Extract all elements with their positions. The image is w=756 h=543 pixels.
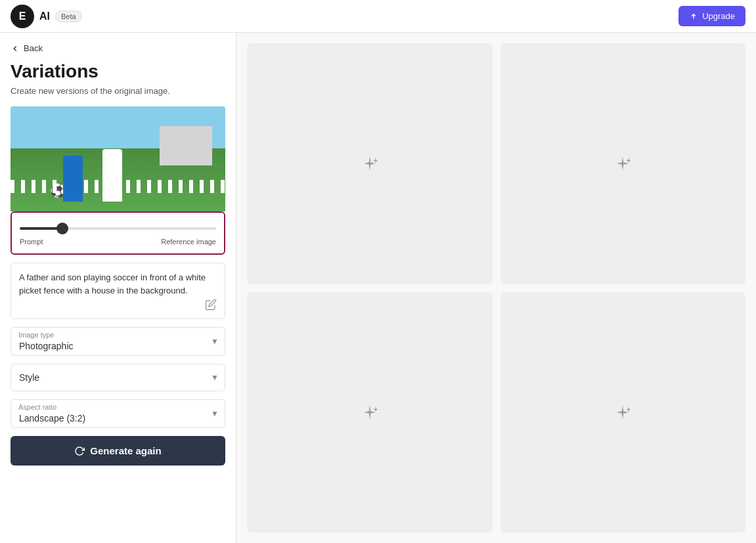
image-placeholder-2 [500,43,746,284]
style-group: Style Abstract Realistic Vintage ▼ [11,364,225,391]
aspect-ratio-select[interactable]: Landscape (3:2) Portrait (2:3) Square (1… [11,399,225,428]
page-title: Variations [11,61,225,82]
person1-decoration [63,156,83,202]
person2-decoration [102,149,122,202]
prompt-reference-slider[interactable] [20,227,216,230]
content-area [236,33,756,543]
sparkle-icon-3 [358,401,382,424]
logo-text: AI [39,11,50,22]
prompt-label: Prompt [20,238,43,246]
image-placeholder-3 [247,292,493,533]
edit-icon[interactable] [205,299,218,312]
app-header: E AI Beta Upgrade [0,0,756,33]
header-left: E AI Beta [11,5,82,28]
reference-image [11,106,225,211]
sidebar: Back Variations Create new versions of t… [0,33,236,543]
house-decoration [160,126,212,165]
image-type-select[interactable]: Photographic Illustration Digital Art 3D… [11,327,225,356]
generate-again-label: Generate again [90,445,161,456]
upgrade-label: Upgrade [702,11,735,21]
style-select[interactable]: Style Abstract Realistic Vintage [11,364,225,391]
image-grid [247,43,745,532]
upgrade-button[interactable]: Upgrade [678,6,745,26]
logo-icon: E [11,5,34,28]
slider-labels: Prompt Reference image [20,238,216,246]
back-label: Back [24,43,43,53]
image-placeholder-4 [500,292,746,533]
image-type-group: Image type Photographic Illustration Dig… [11,327,225,356]
main-layout: Back Variations Create new versions of t… [0,33,756,543]
refresh-icon [74,446,85,456]
beta-badge: Beta [55,11,82,22]
back-chevron-icon [11,44,20,53]
upgrade-icon [689,12,698,21]
sparkle-icon-2 [611,152,634,175]
reference-label: Reference image [161,238,216,246]
aspect-ratio-group: Aspect ratio Landscape (3:2) Portrait (2… [11,399,225,428]
prompt-area[interactable]: A father and son playing soccer in front… [11,263,225,319]
prompt-text: A father and son playing soccer in front… [19,271,217,311]
image-placeholder-1 [247,43,493,284]
page-subtitle: Create new versions of the original imag… [11,86,225,96]
slider-section: Prompt Reference image [11,211,225,255]
back-link[interactable]: Back [11,43,225,53]
generate-again-button[interactable]: Generate again [11,436,225,466]
sparkle-icon-4 [611,401,634,424]
sparkle-icon-1 [358,152,382,175]
